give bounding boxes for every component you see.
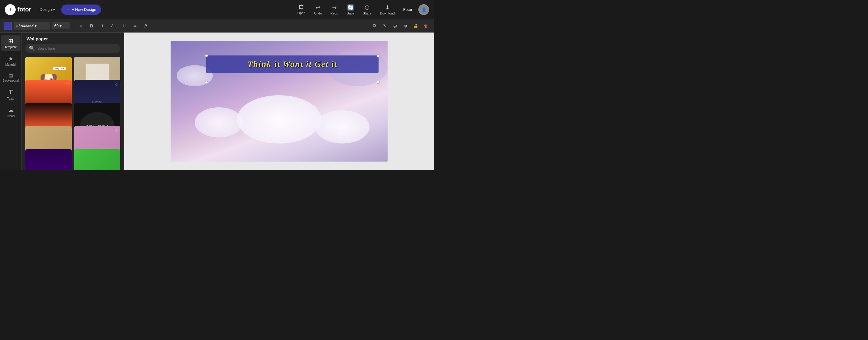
logo-area: f fotor [5,4,31,15]
panel-title: Wallpaper [27,36,48,41]
open-tool[interactable]: 🖼 Open [294,2,309,17]
texts-icon: T [9,88,13,96]
open-label: Open [298,11,306,15]
template-icon: ⊞ [8,37,13,44]
sidebar-item-background-label: Background [3,79,19,82]
font-size-adjust-button[interactable]: Aa [109,22,118,30]
rotate-button[interactable]: ↻ [380,22,390,30]
panel-header: Wallpaper [22,33,124,44]
canvas-background[interactable]: Think it Want it Get it [170,41,388,161]
search-icon: 🔍 [29,45,35,51]
design-dropdown[interactable]: Design ▾ [37,6,58,13]
new-design-button[interactable]: ＋ + New Design [61,4,101,15]
new-design-label: + New Design [72,7,96,12]
layers-button[interactable]: ⊕ [401,22,410,30]
selection-handle-bl[interactable] [205,81,208,84]
download-icon: ⬇ [385,4,390,11]
selection-handle-tr[interactable] [377,54,380,57]
open-icon: 🖼 [299,4,304,10]
left-sidebar: ⊞ Template ★ Material ▤ Background T Tex… [0,33,22,170]
font-name: Shrikhand [16,24,33,28]
right-toolbar-btns: ⧉ ↻ ◎ ⊕ 🔒 🗑 [370,22,430,30]
background-icon: ▤ [8,72,13,78]
crop-button[interactable]: ◎ [391,22,400,30]
sidebar-item-texts-label: Texts [7,97,14,100]
download-label: Download [380,11,395,15]
undo-tool[interactable]: ↩ Undo [310,2,326,17]
duplicate-button[interactable]: ⧉ [370,22,379,30]
italic-button[interactable]: I [98,22,107,30]
save-tool[interactable]: 🔄 Save [343,2,358,17]
font-size-value: 60 [54,24,59,28]
canvas-text-element[interactable]: Think it Want it Get it [206,56,378,73]
search-bar[interactable]: 🔍 [25,44,120,53]
download-tool[interactable]: ⬇ Download [376,2,398,17]
save-label: Save [347,11,354,15]
save-icon: 🔄 [347,4,354,11]
align-button[interactable]: ≡ [76,22,85,30]
selection-handle-br[interactable] [377,81,380,84]
user-name: Fotor [403,7,412,12]
chevron-down-icon: ▾ [60,24,62,28]
cloud-icon: ☁ [8,106,14,114]
cloud-main [237,95,321,144]
heart-icon: ♡ [66,128,70,133]
plus-icon: ＋ [66,7,70,12]
sidebar-item-template-label: Template [4,45,17,49]
text-case-button[interactable]: A [141,22,150,30]
cloud-left [195,107,243,137]
lock-button[interactable]: 🔒 [411,22,420,30]
text-color-swatch[interactable] [4,22,12,30]
avatar[interactable]: 👤 [418,4,429,15]
underline-button[interactable]: U [120,22,129,30]
delete-button[interactable]: 🗑 [421,22,430,30]
canvas-wrapper: Think it Want it Get it [170,41,388,161]
canvas-area: Think it Want it Get it [124,33,434,170]
sidebar-item-cloud[interactable]: ☁ Cloud [1,104,21,120]
logo-icon: f [5,4,16,15]
template-panel: Wallpaper 🔍 🐶 Stay Cute [22,33,124,170]
heart-icon: ♡ [66,82,70,87]
heart-icon: ♡ [115,128,119,133]
template-grid: 🐶 Stay Cute 🧍 ♡ SummerGreet [22,57,124,170]
logo-text: fotor [18,6,31,13]
share-tool[interactable]: ⬡ Share [359,2,375,17]
letter-spacing-button[interactable]: ⇔ [130,22,140,30]
nav-tools: 🖼 Open ↩ Undo ↪ Redo 🔄 Save ⬡ Share ⬇ Do… [294,2,398,17]
main-layout: ⊞ Template ★ Material ▤ Background T Tex… [0,33,434,170]
text-toolbar: Shrikhand ▾ 60 ▾ ≡ B I Aa U ⇔ A ⧉ ↻ ◎ ⊕ … [0,19,434,33]
share-label: Share [363,11,371,15]
share-icon: ⬡ [365,4,370,11]
sidebar-item-template[interactable]: ⊞ Template [1,35,21,51]
font-size-selector[interactable]: 60 ▾ [52,22,70,29]
canvas-text-content: Think it Want it Get it [247,59,337,69]
template-item-green[interactable]: ENJOY IT ALL [74,149,121,170]
undo-label: Undo [314,11,322,15]
sidebar-item-material[interactable]: ★ Material [1,53,21,69]
top-nav: f fotor Design ▾ ＋ + New Design 🖼 Open ↩… [0,0,434,19]
material-icon: ★ [8,55,13,62]
sidebar-item-texts[interactable]: T Texts [1,86,21,103]
redo-tool[interactable]: ↪ Redo [327,2,342,17]
sidebar-item-material-label: Material [5,63,16,66]
design-label: Design [40,7,52,12]
bold-button[interactable]: B [87,22,96,30]
redo-icon: ↪ [332,4,337,11]
sidebar-item-cloud-label: Cloud [7,115,14,118]
cloud-right [315,110,370,144]
toolbar-divider-1 [73,22,73,30]
template-item-purple[interactable]: NOTHINGWORTHHAVINGCOMES EASY [25,149,72,170]
search-input[interactable] [37,47,117,51]
heart-icon: ♡ [115,82,119,87]
sidebar-item-background[interactable]: ▤ Background [1,70,21,85]
undo-icon: ↩ [315,4,320,11]
redo-label: Redo [330,11,338,15]
font-selector[interactable]: Shrikhand ▾ [14,22,50,30]
chevron-down-icon: ▾ [35,24,37,28]
chevron-down-icon: ▾ [53,7,55,12]
selection-handle-tl[interactable] [205,54,208,57]
